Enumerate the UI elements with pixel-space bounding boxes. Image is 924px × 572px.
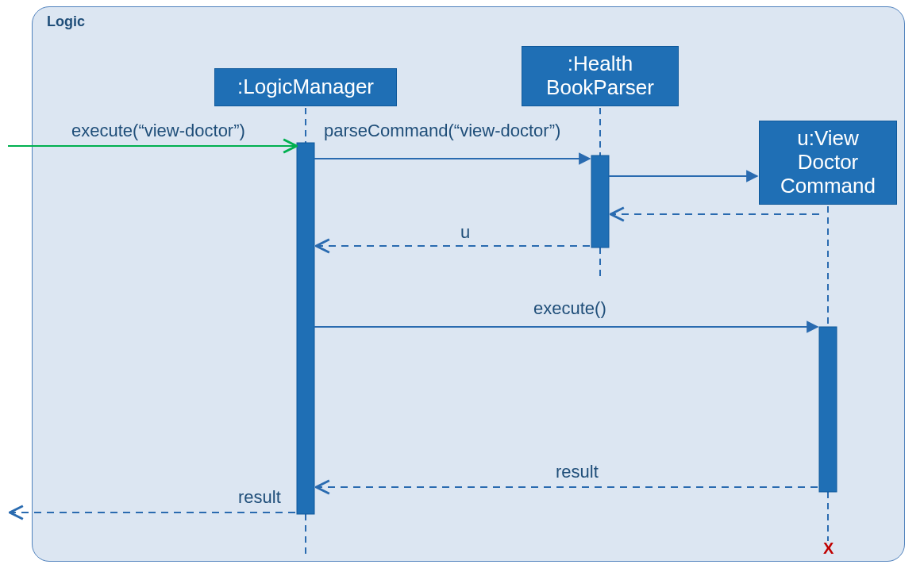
destroy-x-icon: X <box>823 539 834 558</box>
msg-parse-command: parseCommand(“view-doctor”) <box>324 121 560 141</box>
frame-label: Logic <box>47 13 85 30</box>
msg-return-result-inner: result <box>556 462 599 482</box>
participant-logic-manager: :LogicManager <box>214 68 397 106</box>
msg-execute-call: execute() <box>533 298 606 319</box>
msg-execute-in: execute(“view-doctor”) <box>71 121 245 141</box>
logic-frame: Logic <box>32 6 905 562</box>
participant-view-doctor-command: u:View Doctor Command <box>759 121 897 205</box>
msg-return-u: u <box>460 222 470 243</box>
participant-health-book-parser: :Health BookParser <box>522 46 679 106</box>
msg-return-result-outer: result <box>238 487 281 508</box>
